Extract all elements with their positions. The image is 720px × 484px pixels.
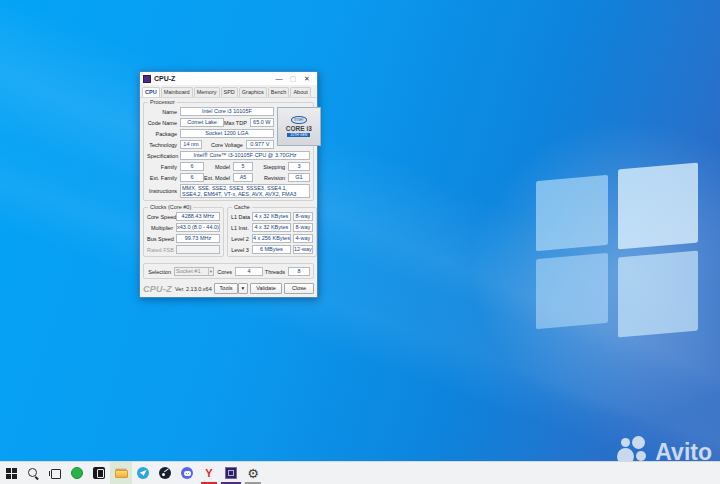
ext-model-value: A5	[233, 173, 253, 182]
cpuz-taskbar-icon	[225, 467, 237, 479]
code-name-value: Comet Lake	[180, 118, 224, 127]
cpuz-titlebar[interactable]: CPU-Z — ▢ ✕	[140, 72, 317, 85]
windows-logo-wallpaper	[536, 166, 700, 336]
cpuz-tabbar: CPU Mainboard Memory SPD Graphics Bench …	[140, 85, 317, 98]
tab-graphics[interactable]: Graphics	[239, 87, 267, 97]
model-value: 5	[233, 162, 253, 171]
telegram-icon	[137, 467, 149, 479]
instructions-value: MMX, SSE, SSE2, SSE3, SSSE3, SSE4.1, SSE…	[180, 184, 310, 198]
taskbar-search[interactable]	[22, 462, 44, 484]
validate-button[interactable]: Validate	[250, 283, 282, 294]
taskbar: Y ⚙	[0, 461, 720, 484]
windows-logo-pane	[536, 175, 608, 251]
ext-family-value: 6	[180, 173, 204, 182]
tab-memory[interactable]: Memory	[194, 87, 220, 97]
level2-ways: 4-way	[293, 234, 313, 243]
revision-label: Revision	[253, 175, 288, 181]
tools-button[interactable]: Tools	[214, 283, 238, 294]
family-label: Family	[147, 164, 180, 170]
l1-inst-label: L1 Inst.	[231, 225, 252, 231]
window-title: CPU-Z	[154, 75, 272, 82]
code-name-label: Code Name	[147, 120, 180, 126]
level2-label: Level 2	[231, 236, 252, 242]
search-icon	[27, 467, 39, 479]
instructions-label: Instructions	[147, 188, 180, 194]
level2-value: 4 x 256 KBytes	[252, 234, 291, 243]
model-label: Model	[204, 164, 233, 170]
cpuz-brand-logo: CPU-Z	[143, 284, 172, 294]
taskbar-file-explorer[interactable]	[110, 462, 132, 484]
core-voltage-value: 0.977 V	[246, 140, 274, 149]
l1-data-value: 4 x 32 KBytes	[252, 212, 291, 221]
specification-value: Intel® Core™ i3-10105F CPU @ 3.70GHz	[180, 151, 310, 160]
taskbar-discord[interactable]	[176, 462, 198, 484]
l1-inst-value: 4 x 32 KBytes	[252, 223, 291, 232]
rated-fsb-label: Rated FSB	[147, 247, 176, 253]
gear-icon: ⚙	[247, 467, 259, 480]
name-label: Name	[147, 109, 180, 115]
socket-selection-dropdown[interactable]: Socket #1 ▾	[174, 267, 214, 276]
yandex-browser-icon: Y	[205, 468, 212, 479]
family-value: 6	[180, 162, 204, 171]
socket-selection-value: Socket #1	[176, 268, 200, 275]
level3-ways: 12-way	[293, 245, 313, 254]
windows-logo-pane	[618, 163, 698, 250]
dark-app-icon	[93, 467, 105, 479]
selection-label: Selection	[147, 269, 174, 275]
cache-groupbox: Cache L1 Data 4 x 32 KBytes 8-way L1 Ins…	[227, 207, 317, 257]
core-voltage-label: Core Voltage	[202, 142, 246, 148]
taskbar-green-app[interactable]	[66, 462, 88, 484]
package-value: Socket 1200 LGA	[180, 129, 274, 138]
windows-logo-pane	[618, 251, 698, 338]
max-tdp-value: 65.0 W	[250, 118, 274, 127]
processor-groupbox: Processor Name Intel Core i3 10105F Code…	[143, 102, 314, 201]
file-explorer-icon	[115, 468, 128, 478]
core-speed-label: Core Speed	[147, 214, 176, 220]
windows-start-icon	[6, 468, 17, 479]
tab-about[interactable]: About	[290, 87, 310, 97]
multiplier-value: x43.0 (8.0 - 44.0)	[176, 223, 220, 232]
version-text: Ver. 2.13.0.x64	[175, 286, 212, 292]
ext-model-label: Ext. Model	[204, 175, 233, 181]
taskbar-telegram[interactable]	[132, 462, 154, 484]
l1-inst-ways: 8-way	[293, 223, 313, 232]
threads-value: 8	[288, 267, 310, 276]
tools-dropdown-arrow[interactable]: ▾	[238, 283, 248, 294]
clocks-group-label: Clocks (Core #0)	[148, 204, 193, 210]
level3-label: Level 3	[231, 247, 252, 253]
cache-group-label: Cache	[232, 204, 252, 210]
cpuz-app-icon	[143, 75, 151, 83]
stepping-value: 3	[288, 162, 310, 171]
task-view-icon	[49, 469, 61, 478]
tab-bench[interactable]: Bench	[268, 87, 290, 97]
taskbar-yandex-browser[interactable]: Y	[198, 462, 220, 484]
start-button[interactable]	[0, 462, 22, 484]
task-view-button[interactable]	[44, 462, 66, 484]
technology-value: 14 nm	[180, 140, 202, 149]
specification-label: Specification	[147, 153, 180, 159]
chevron-down-icon: ▾	[208, 268, 212, 275]
cpu-name-value: Intel Core i3 10105F	[180, 107, 274, 116]
tab-mainboard[interactable]: Mainboard	[161, 87, 193, 97]
intel-core-line: CORE i3	[286, 125, 312, 132]
maximize-button: ▢	[286, 72, 300, 85]
clocks-groupbox: Clocks (Core #0) Core Speed 4288.43 MHz …	[143, 207, 224, 257]
intel-core-i3-logo: intel CORE i3 10TH GEN	[277, 107, 321, 146]
tab-cpu[interactable]: CPU	[142, 87, 160, 97]
ext-family-label: Ext. Family	[147, 175, 180, 181]
tab-spd[interactable]: SPD	[221, 87, 238, 97]
taskbar-steam[interactable]	[154, 462, 176, 484]
close-button[interactable]: Close	[284, 283, 314, 294]
minimize-button[interactable]: —	[272, 72, 286, 85]
multiplier-label: Multiplier	[147, 225, 176, 231]
cpuz-window: CPU-Z — ▢ ✕ CPU Mainboard Memory SPD Gra…	[139, 71, 318, 298]
taskbar-cpuz[interactable]	[220, 462, 242, 484]
l1-data-label: L1 Data	[231, 214, 252, 220]
close-icon[interactable]: ✕	[300, 72, 314, 85]
threads-label: Threads	[263, 269, 288, 275]
max-tdp-label: Max TDP	[224, 120, 250, 126]
cores-value: 4	[235, 267, 263, 276]
taskbar-settings[interactable]: ⚙	[242, 462, 264, 484]
level3-value: 6 MBytes	[252, 245, 291, 254]
taskbar-dark-app[interactable]	[88, 462, 110, 484]
